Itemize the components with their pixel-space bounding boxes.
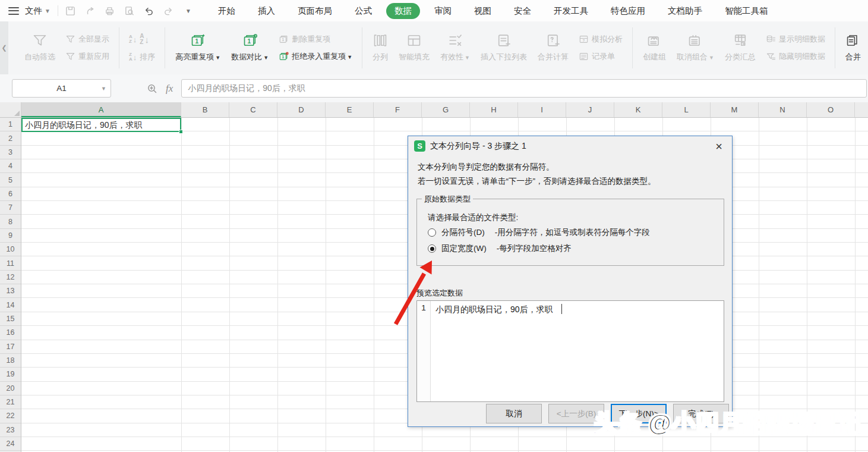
ribbon-button-what-if-analysis[interactable]: ? 模拟分析 xyxy=(579,34,623,45)
row-header-9[interactable]: 9 xyxy=(0,229,21,243)
row-header-22[interactable]: 22 xyxy=(0,409,21,423)
column-header-N[interactable]: N xyxy=(759,102,807,117)
collapse-ribbon-icon[interactable]: ❮ xyxy=(0,21,8,74)
column-header-B[interactable]: B xyxy=(181,102,229,117)
tab-view[interactable]: 视图 xyxy=(466,3,500,19)
ribbon-button-record-form[interactable]: 记录单 xyxy=(579,51,623,62)
close-icon[interactable]: × xyxy=(712,140,726,152)
ribbon-button-show-all[interactable]: 全部显示 xyxy=(65,34,109,45)
column-header-F[interactable]: F xyxy=(374,102,422,117)
ribbon-button-validation[interactable]: 有效性▼ xyxy=(435,21,475,74)
row-header-4[interactable]: 4 xyxy=(0,159,21,173)
row-header-2[interactable]: 2 xyxy=(0,131,21,145)
column-header-K[interactable]: K xyxy=(614,102,662,117)
ribbon-button-auto-filter[interactable]: 自动筛选 xyxy=(19,21,61,74)
preview-box[interactable]: 1 小四月的职场日记，90后，求职 xyxy=(416,300,724,402)
file-menu[interactable]: 文件 xyxy=(25,5,42,17)
row-header-1[interactable]: 1 xyxy=(0,118,21,131)
fx-icon[interactable]: fx xyxy=(166,83,173,95)
formula-input[interactable]: 小四月的职场日记，90后，求职 xyxy=(181,79,867,98)
row-header-21[interactable]: 21 xyxy=(0,396,21,409)
ribbon-button-smart-fill[interactable]: 智能填充 xyxy=(393,21,435,74)
column-header-G[interactable]: G xyxy=(422,102,470,117)
ribbon-button-insert-dropdown-list[interactable]: 插入下拉列表 xyxy=(475,21,532,74)
chevron-down-icon[interactable]: ▼ xyxy=(45,8,50,14)
row-header-14[interactable]: 14 xyxy=(0,298,21,312)
row-header-23[interactable]: 23 xyxy=(0,423,21,437)
row-header-18[interactable]: 18 xyxy=(0,354,21,368)
tab-formulas[interactable]: 公式 xyxy=(346,3,380,19)
export-icon[interactable] xyxy=(85,5,96,16)
ribbon-button-create-group[interactable]: 创建组 xyxy=(637,21,671,74)
column-header-partial[interactable] xyxy=(855,102,868,117)
tab-review[interactable]: 审阅 xyxy=(426,3,460,19)
tab-doc-assistant[interactable]: 文档助手 xyxy=(659,3,711,19)
tab-data[interactable]: 数据 xyxy=(386,3,420,19)
column-header-L[interactable]: L xyxy=(662,102,711,117)
ribbon-button-show-detail[interactable]: 显示明细数据 xyxy=(766,34,825,45)
ribbon-button-text-to-columns[interactable]: 分列 xyxy=(367,21,393,74)
tab-insert[interactable]: 插入 xyxy=(250,3,283,19)
option-delimited[interactable]: 分隔符号(D) -用分隔字符，如逗号或制表符分隔每个字段 xyxy=(428,227,650,238)
row-header-10[interactable]: 10 xyxy=(0,243,21,256)
redo-icon[interactable] xyxy=(163,5,174,16)
ribbon-button-data-compare[interactable]: 1 数据对比▼ xyxy=(226,21,274,74)
tab-dev-tools[interactable]: 开发工具 xyxy=(545,3,596,19)
undo-icon[interactable] xyxy=(144,5,154,16)
cell-A1[interactable]: 小四月的职场日记，90后，求职 xyxy=(21,118,181,132)
row-header-12[interactable]: 12 xyxy=(0,271,21,284)
sort-ascending-icon[interactable]: AZ↓ AZ↓ xyxy=(129,33,155,45)
row-header-16[interactable]: 16 xyxy=(0,326,21,340)
row-header-17[interactable]: 17 xyxy=(0,340,21,354)
select-all-corner[interactable] xyxy=(0,102,21,117)
ribbon-button-consolidate[interactable]: 合并计算 xyxy=(532,21,574,74)
row-header-11[interactable]: 11 xyxy=(0,256,21,270)
radio-fixed-width[interactable] xyxy=(428,244,436,253)
option-fixed-width[interactable]: 固定宽度(W) -每列字段加空格对齐 xyxy=(428,243,572,254)
ribbon-button-highlight-duplicates[interactable]: 1 高亮重复项▼ xyxy=(170,21,226,74)
hamburger-icon[interactable] xyxy=(8,7,19,15)
print-preview-icon[interactable] xyxy=(124,5,135,16)
row-header-7[interactable]: 7 xyxy=(0,201,21,215)
row-header-19[interactable]: 19 xyxy=(0,368,21,381)
print-icon[interactable] xyxy=(105,5,115,16)
name-box-dropdown-icon[interactable]: ▼ xyxy=(101,86,106,92)
toolbar-more-icon[interactable]: ▼ xyxy=(183,5,194,16)
radio-delimited[interactable] xyxy=(428,228,436,237)
save-icon[interactable] xyxy=(65,5,76,16)
column-header-I[interactable]: I xyxy=(518,102,566,117)
row-header-15[interactable]: 15 xyxy=(0,312,21,326)
ribbon-button-merge[interactable]: 合并 xyxy=(840,21,866,74)
tab-security[interactable]: 安全 xyxy=(506,3,539,19)
row-header-13[interactable]: 13 xyxy=(0,284,21,298)
row-header-8[interactable]: 8 xyxy=(0,215,21,228)
row-header-24[interactable]: 24 xyxy=(0,437,21,451)
ribbon-button-hide-detail[interactable]: 隐藏明细数据 xyxy=(766,51,825,62)
column-header-C[interactable]: C xyxy=(229,102,277,117)
ribbon-button-subtotal[interactable]: 分类汇总 xyxy=(719,21,761,74)
ribbon-button-remove-duplicates[interactable]: 1 删除重复项 xyxy=(279,34,352,45)
name-box[interactable]: A1 ▼ xyxy=(12,79,111,98)
column-header-O[interactable]: O xyxy=(807,102,855,117)
row-header-3[interactable]: 3 xyxy=(0,146,21,159)
tab-smart-toolbox[interactable]: 智能工具箱 xyxy=(717,3,777,19)
ribbon-button-reject-duplicate-input[interactable]: 1 拒绝录入重复项▼ xyxy=(279,51,352,62)
tab-page-layout[interactable]: 页面布局 xyxy=(289,3,340,19)
tab-home[interactable]: 开始 xyxy=(210,3,244,19)
dialog-title-bar[interactable]: S 文本分列向导 - 3 步骤之 1 × xyxy=(408,136,732,156)
column-header-M[interactable]: M xyxy=(711,102,759,117)
row-header-20[interactable]: 20 xyxy=(0,382,21,396)
column-header-A[interactable]: A xyxy=(21,102,181,117)
fill-handle[interactable] xyxy=(179,130,183,134)
column-header-H[interactable]: H xyxy=(470,102,518,117)
row-header-5[interactable]: 5 xyxy=(0,173,21,187)
magnifier-icon[interactable] xyxy=(147,83,157,94)
row-header-6[interactable]: 6 xyxy=(0,187,21,201)
column-header-J[interactable]: J xyxy=(566,102,614,117)
cancel-button[interactable]: 取消 xyxy=(486,404,542,423)
ribbon-button-reapply[interactable]: 重新应用 xyxy=(65,51,109,62)
column-header-E[interactable]: E xyxy=(326,102,374,117)
ribbon-button-ungroup[interactable]: 取消组合▼ xyxy=(671,21,719,74)
column-header-D[interactable]: D xyxy=(277,102,326,117)
tab-featured-apps[interactable]: 特色应用 xyxy=(602,3,654,19)
